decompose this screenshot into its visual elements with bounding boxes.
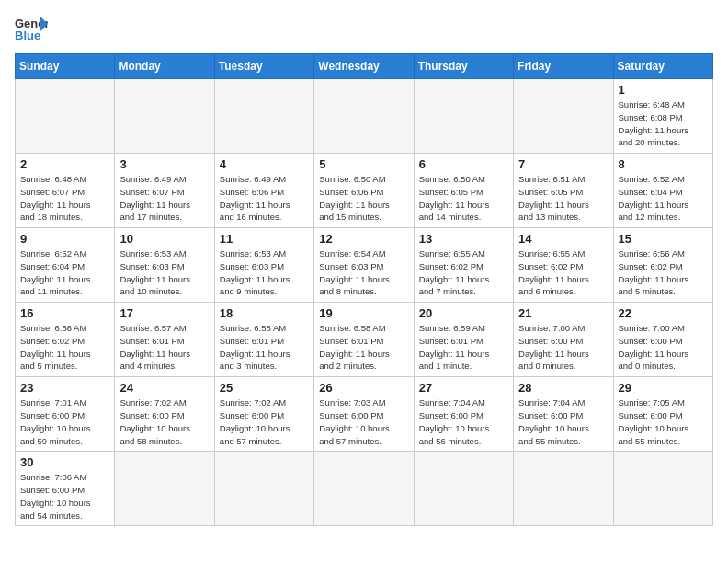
day-header-tuesday: Tuesday	[214, 54, 313, 79]
calendar-cell	[414, 79, 513, 154]
calendar-cell: 16Sunrise: 6:56 AMSunset: 6:02 PMDayligh…	[16, 303, 115, 377]
day-number: 30	[20, 455, 109, 469]
day-info: Sunrise: 6:50 AMSunset: 6:06 PMDaylight:…	[319, 173, 408, 224]
day-number: 15	[619, 232, 708, 246]
calendar-cell: 18Sunrise: 6:58 AMSunset: 6:01 PMDayligh…	[214, 303, 313, 377]
day-number: 11	[220, 232, 309, 246]
day-number: 25	[220, 381, 309, 395]
day-header-saturday: Saturday	[613, 54, 712, 79]
calendar-cell	[414, 452, 513, 526]
day-info: Sunrise: 6:56 AMSunset: 6:02 PMDaylight:…	[20, 322, 109, 373]
svg-text:Blue: Blue	[15, 29, 40, 42]
day-info: Sunrise: 6:59 AMSunset: 6:01 PMDaylight:…	[419, 322, 508, 373]
day-info: Sunrise: 7:06 AMSunset: 6:00 PMDaylight:…	[20, 471, 109, 522]
calendar-cell: 15Sunrise: 6:56 AMSunset: 6:02 PMDayligh…	[613, 228, 712, 303]
day-number: 9	[20, 232, 109, 246]
day-number: 6	[419, 157, 508, 171]
calendar-table: SundayMondayTuesdayWednesdayThursdayFrid…	[15, 53, 713, 526]
calendar-header-row: SundayMondayTuesdayWednesdayThursdayFrid…	[16, 54, 713, 79]
calendar-cell	[214, 79, 313, 154]
day-info: Sunrise: 6:49 AMSunset: 6:06 PMDaylight:…	[220, 173, 309, 224]
day-info: Sunrise: 7:00 AMSunset: 6:00 PMDaylight:…	[619, 322, 708, 373]
calendar-cell: 10Sunrise: 6:53 AMSunset: 6:03 PMDayligh…	[115, 228, 214, 303]
day-info: Sunrise: 7:01 AMSunset: 6:00 PMDaylight:…	[20, 396, 109, 447]
day-info: Sunrise: 7:04 AMSunset: 6:00 PMDaylight:…	[419, 396, 508, 447]
calendar-cell: 5Sunrise: 6:50 AMSunset: 6:06 PMDaylight…	[314, 154, 414, 228]
calendar-cell	[514, 452, 613, 526]
day-number: 2	[20, 157, 109, 171]
day-number: 5	[319, 157, 408, 171]
calendar-cell: 30Sunrise: 7:06 AMSunset: 6:00 PMDayligh…	[16, 452, 115, 526]
calendar-cell: 25Sunrise: 7:02 AMSunset: 6:00 PMDayligh…	[214, 377, 313, 452]
day-info: Sunrise: 6:55 AMSunset: 6:02 PMDaylight:…	[419, 247, 508, 298]
day-number: 1	[619, 83, 708, 97]
calendar-cell: 26Sunrise: 7:03 AMSunset: 6:00 PMDayligh…	[314, 377, 414, 452]
day-info: Sunrise: 6:52 AMSunset: 6:04 PMDaylight:…	[20, 247, 109, 298]
day-info: Sunrise: 7:00 AMSunset: 6:00 PMDaylight:…	[518, 322, 608, 373]
day-header-wednesday: Wednesday	[314, 54, 414, 79]
day-header-friday: Friday	[514, 54, 613, 79]
calendar-cell: 13Sunrise: 6:55 AMSunset: 6:02 PMDayligh…	[414, 228, 513, 303]
day-info: Sunrise: 6:58 AMSunset: 6:01 PMDaylight:…	[319, 322, 408, 373]
day-info: Sunrise: 7:04 AMSunset: 6:00 PMDaylight:…	[518, 396, 608, 447]
day-number: 20	[419, 306, 508, 320]
calendar-cell	[613, 452, 712, 526]
day-info: Sunrise: 7:02 AMSunset: 6:00 PMDaylight:…	[119, 396, 209, 447]
calendar-cell	[514, 79, 613, 154]
day-number: 10	[119, 232, 209, 246]
day-info: Sunrise: 6:55 AMSunset: 6:02 PMDaylight:…	[518, 247, 608, 298]
day-number: 17	[119, 306, 209, 320]
day-info: Sunrise: 6:57 AMSunset: 6:01 PMDaylight:…	[119, 322, 209, 373]
day-number: 29	[619, 381, 708, 395]
calendar-week-row: 23Sunrise: 7:01 AMSunset: 6:00 PMDayligh…	[16, 377, 713, 452]
calendar-cell: 1Sunrise: 6:48 AMSunset: 6:08 PMDaylight…	[613, 79, 712, 154]
calendar-cell: 24Sunrise: 7:02 AMSunset: 6:00 PMDayligh…	[115, 377, 214, 452]
day-number: 26	[319, 381, 408, 395]
calendar-cell: 11Sunrise: 6:53 AMSunset: 6:03 PMDayligh…	[214, 228, 313, 303]
calendar-cell	[214, 452, 313, 526]
day-number: 3	[119, 157, 209, 171]
day-info: Sunrise: 6:49 AMSunset: 6:07 PMDaylight:…	[119, 173, 209, 224]
calendar-week-row: 1Sunrise: 6:48 AMSunset: 6:08 PMDaylight…	[16, 79, 713, 154]
day-info: Sunrise: 6:53 AMSunset: 6:03 PMDaylight:…	[119, 247, 209, 298]
calendar-week-row: 16Sunrise: 6:56 AMSunset: 6:02 PMDayligh…	[16, 303, 713, 377]
calendar-cell: 28Sunrise: 7:04 AMSunset: 6:00 PMDayligh…	[514, 377, 613, 452]
day-number: 4	[220, 157, 309, 171]
calendar-cell: 4Sunrise: 6:49 AMSunset: 6:06 PMDaylight…	[214, 154, 313, 228]
calendar-cell	[314, 452, 414, 526]
calendar-cell: 3Sunrise: 6:49 AMSunset: 6:07 PMDaylight…	[115, 154, 214, 228]
day-info: Sunrise: 6:54 AMSunset: 6:03 PMDaylight:…	[319, 247, 408, 298]
calendar-cell: 27Sunrise: 7:04 AMSunset: 6:00 PMDayligh…	[414, 377, 513, 452]
day-info: Sunrise: 7:03 AMSunset: 6:00 PMDaylight:…	[319, 396, 408, 447]
day-number: 13	[419, 232, 508, 246]
day-info: Sunrise: 6:48 AMSunset: 6:08 PMDaylight:…	[619, 98, 708, 149]
calendar-cell: 9Sunrise: 6:52 AMSunset: 6:04 PMDaylight…	[16, 228, 115, 303]
calendar-cell: 20Sunrise: 6:59 AMSunset: 6:01 PMDayligh…	[414, 303, 513, 377]
calendar-cell: 8Sunrise: 6:52 AMSunset: 6:04 PMDaylight…	[613, 154, 712, 228]
calendar-cell: 17Sunrise: 6:57 AMSunset: 6:01 PMDayligh…	[115, 303, 214, 377]
logo-icon: General Blue	[15, 15, 48, 42]
calendar-cell: 14Sunrise: 6:55 AMSunset: 6:02 PMDayligh…	[514, 228, 613, 303]
day-number: 23	[20, 381, 109, 395]
day-info: Sunrise: 6:51 AMSunset: 6:05 PMDaylight:…	[518, 173, 608, 224]
day-number: 14	[518, 232, 608, 246]
calendar-cell: 19Sunrise: 6:58 AMSunset: 6:01 PMDayligh…	[314, 303, 414, 377]
day-info: Sunrise: 6:50 AMSunset: 6:05 PMDaylight:…	[419, 173, 508, 224]
day-number: 12	[319, 232, 408, 246]
calendar-week-row: 2Sunrise: 6:48 AMSunset: 6:07 PMDaylight…	[16, 154, 713, 228]
calendar-cell	[115, 79, 214, 154]
day-info: Sunrise: 6:48 AMSunset: 6:07 PMDaylight:…	[20, 173, 109, 224]
calendar-cell: 22Sunrise: 7:00 AMSunset: 6:00 PMDayligh…	[613, 303, 712, 377]
page-header: General Blue	[15, 15, 713, 42]
calendar-cell: 23Sunrise: 7:01 AMSunset: 6:00 PMDayligh…	[16, 377, 115, 452]
logo: General Blue	[15, 15, 48, 42]
calendar-week-row: 30Sunrise: 7:06 AMSunset: 6:00 PMDayligh…	[16, 452, 713, 526]
day-number: 27	[419, 381, 508, 395]
day-number: 21	[518, 306, 608, 320]
day-info: Sunrise: 6:58 AMSunset: 6:01 PMDaylight:…	[220, 322, 309, 373]
day-info: Sunrise: 7:02 AMSunset: 6:00 PMDaylight:…	[220, 396, 309, 447]
day-info: Sunrise: 6:53 AMSunset: 6:03 PMDaylight:…	[220, 247, 309, 298]
day-number: 24	[119, 381, 209, 395]
day-number: 8	[619, 157, 708, 171]
calendar-cell	[115, 452, 214, 526]
